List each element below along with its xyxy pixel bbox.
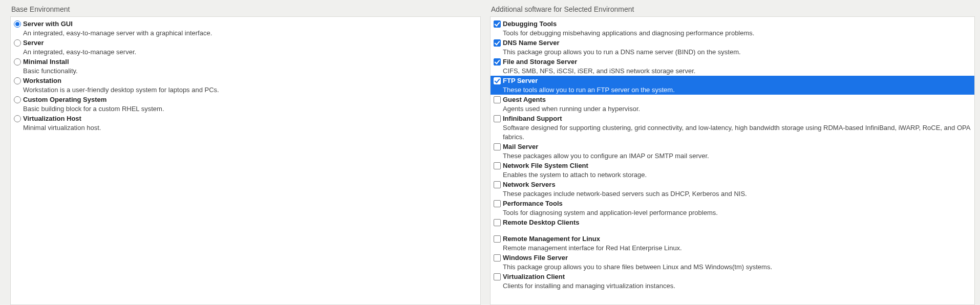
option-title: Remote Management for Linux bbox=[503, 234, 972, 244]
option-desc: An integrated, easy-to-manage server wit… bbox=[23, 29, 478, 38]
option-desc: These packages include network-based ser… bbox=[503, 189, 972, 199]
option-desc: Tools for debugging misbehaving applicat… bbox=[503, 29, 972, 38]
option-text: Virtualization ClientClients for install… bbox=[503, 272, 972, 290]
option-title: Custom Operating System bbox=[23, 95, 478, 104]
radio-icon[interactable] bbox=[14, 77, 21, 84]
option-title: Server bbox=[23, 38, 478, 48]
addon-option[interactable]: Infiniband SupportSoftware designed for … bbox=[491, 114, 974, 142]
option-title: Guest Agents bbox=[503, 95, 972, 104]
addon-option[interactable]: Network File System ClientEnables the sy… bbox=[491, 161, 974, 180]
option-desc: Clients for installing and managing virt… bbox=[503, 281, 972, 291]
radio-icon[interactable] bbox=[14, 39, 21, 47]
option-title: Minimal Install bbox=[23, 57, 478, 67]
option-title: Workstation bbox=[23, 76, 478, 85]
option-title: Infiniband Support bbox=[503, 114, 972, 123]
addon-option[interactable]: Guest AgentsAgents used when running und… bbox=[491, 95, 974, 114]
addon-option[interactable]: FTP ServerThese tools allow you to run a… bbox=[491, 76, 974, 95]
checkbox-icon[interactable] bbox=[494, 181, 501, 188]
option-desc: This package group allows you to share f… bbox=[503, 263, 972, 272]
addon-option[interactable]: DNS Name ServerThis package group allows… bbox=[491, 38, 974, 57]
checkbox-icon[interactable] bbox=[494, 219, 501, 226]
checkbox-icon[interactable] bbox=[494, 273, 501, 280]
checkbox-icon[interactable] bbox=[494, 96, 501, 103]
checkbox-icon[interactable] bbox=[494, 254, 501, 262]
option-desc: These packages allow you to configure an… bbox=[503, 151, 972, 161]
checkbox-icon[interactable] bbox=[494, 235, 501, 243]
checkbox-icon[interactable] bbox=[494, 20, 501, 28]
option-desc: Agents used when running under a hypervi… bbox=[503, 104, 972, 114]
option-desc: Basic building block for a custom RHEL s… bbox=[23, 104, 478, 114]
option-title: Network Servers bbox=[503, 180, 972, 189]
option-title: Server with GUI bbox=[23, 19, 478, 29]
radio-icon[interactable] bbox=[14, 96, 21, 103]
option-title: FTP Server bbox=[503, 76, 972, 85]
option-desc: Software designed for supporting cluster… bbox=[503, 123, 972, 141]
option-title: DNS Name Server bbox=[503, 38, 972, 48]
option-title: File and Storage Server bbox=[503, 57, 972, 67]
environment-option[interactable]: Server with GUIAn integrated, easy-to-ma… bbox=[11, 19, 480, 38]
environment-option[interactable]: Custom Operating SystemBasic building bl… bbox=[11, 95, 480, 114]
addon-option[interactable]: Debugging ToolsTools for debugging misbe… bbox=[491, 19, 974, 38]
option-text: File and Storage ServerCIFS, SMB, NFS, i… bbox=[503, 57, 972, 75]
radio-icon[interactable] bbox=[14, 115, 21, 122]
option-text: Network ServersThese packages include ne… bbox=[503, 180, 972, 198]
radio-icon[interactable] bbox=[14, 58, 21, 66]
checkbox-icon[interactable] bbox=[494, 58, 501, 66]
checkbox-icon[interactable] bbox=[494, 200, 501, 207]
option-text: Network File System ClientEnables the sy… bbox=[503, 161, 972, 179]
environment-option[interactable]: WorkstationWorkstation is a user-friendl… bbox=[11, 76, 480, 95]
option-title: Windows File Server bbox=[503, 253, 972, 263]
addon-option[interactable]: Mail ServerThese packages allow you to c… bbox=[491, 142, 974, 161]
option-desc: Enables the system to attach to network … bbox=[503, 170, 972, 180]
addon-option[interactable]: Windows File ServerThis package group al… bbox=[491, 253, 974, 272]
environment-option[interactable]: ServerAn integrated, easy-to-manage serv… bbox=[11, 38, 480, 57]
spacer bbox=[491, 228, 974, 234]
option-text: Custom Operating SystemBasic building bl… bbox=[23, 95, 478, 113]
addon-option[interactable]: File and Storage ServerCIFS, SMB, NFS, i… bbox=[491, 57, 974, 76]
option-text: Remote Desktop Clients bbox=[503, 218, 972, 227]
radio-icon[interactable] bbox=[14, 20, 21, 28]
option-title: Performance Tools bbox=[503, 199, 972, 208]
option-desc: An integrated, easy-to-manage server. bbox=[23, 48, 478, 57]
software-selection-container: Base Environment Server with GUIAn integ… bbox=[0, 0, 980, 305]
option-text: Debugging ToolsTools for debugging misbe… bbox=[503, 19, 972, 37]
additional-software-panel: Additional software for Selected Environ… bbox=[490, 5, 980, 305]
checkbox-icon[interactable] bbox=[494, 39, 501, 47]
option-text: FTP ServerThese tools allow you to run a… bbox=[503, 76, 972, 94]
option-text: Guest AgentsAgents used when running und… bbox=[503, 95, 972, 113]
checkbox-icon[interactable] bbox=[494, 143, 501, 150]
option-title: Network File System Client bbox=[503, 161, 972, 170]
base-environment-panel: Base Environment Server with GUIAn integ… bbox=[0, 5, 490, 305]
addon-option[interactable]: Remote Desktop Clients bbox=[491, 217, 974, 228]
option-text: Performance ToolsTools for diagnosing sy… bbox=[503, 199, 972, 217]
additional-software-header: Additional software for Selected Environ… bbox=[490, 5, 975, 16]
option-title: Debugging Tools bbox=[503, 19, 972, 29]
environment-option[interactable]: Virtualization HostMinimal virtualizatio… bbox=[11, 114, 480, 133]
option-desc: Minimal virtualization host. bbox=[23, 123, 478, 133]
checkbox-icon[interactable] bbox=[494, 115, 501, 122]
environment-option[interactable]: Minimal InstallBasic functionality. bbox=[11, 57, 480, 76]
additional-software-list[interactable]: Debugging ToolsTools for debugging misbe… bbox=[490, 16, 975, 305]
option-title: Remote Desktop Clients bbox=[503, 218, 972, 227]
addon-option[interactable]: Network ServersThese packages include ne… bbox=[491, 180, 974, 199]
option-desc: CIFS, SMB, NFS, iSCSI, iSER, and iSNS ne… bbox=[503, 67, 972, 76]
option-desc: Tools for diagnosing system and applicat… bbox=[503, 208, 972, 217]
option-text: Infiniband SupportSoftware designed for … bbox=[503, 114, 972, 141]
option-title: Virtualization Client bbox=[503, 272, 972, 281]
checkbox-icon[interactable] bbox=[494, 77, 501, 84]
option-title: Virtualization Host bbox=[23, 114, 478, 123]
option-desc: This package group allows you to run a D… bbox=[503, 48, 972, 57]
option-desc: Workstation is a user-friendly desktop s… bbox=[23, 85, 478, 95]
checkbox-icon[interactable] bbox=[494, 162, 501, 169]
option-text: Mail ServerThese packages allow you to c… bbox=[503, 142, 972, 160]
addon-option[interactable]: Virtualization ClientClients for install… bbox=[491, 272, 974, 291]
option-desc: These tools allow you to run an FTP serv… bbox=[503, 85, 972, 95]
option-text: Server with GUIAn integrated, easy-to-ma… bbox=[23, 19, 478, 37]
option-text: ServerAn integrated, easy-to-manage serv… bbox=[23, 38, 478, 56]
addon-option[interactable]: Remote Management for LinuxRemote manage… bbox=[491, 234, 974, 253]
option-title: Mail Server bbox=[503, 142, 972, 151]
base-environment-list[interactable]: Server with GUIAn integrated, easy-to-ma… bbox=[10, 16, 481, 305]
addon-option[interactable]: Performance ToolsTools for diagnosing sy… bbox=[491, 199, 974, 217]
option-text: Minimal InstallBasic functionality. bbox=[23, 57, 478, 75]
option-text: Remote Management for LinuxRemote manage… bbox=[503, 234, 972, 252]
